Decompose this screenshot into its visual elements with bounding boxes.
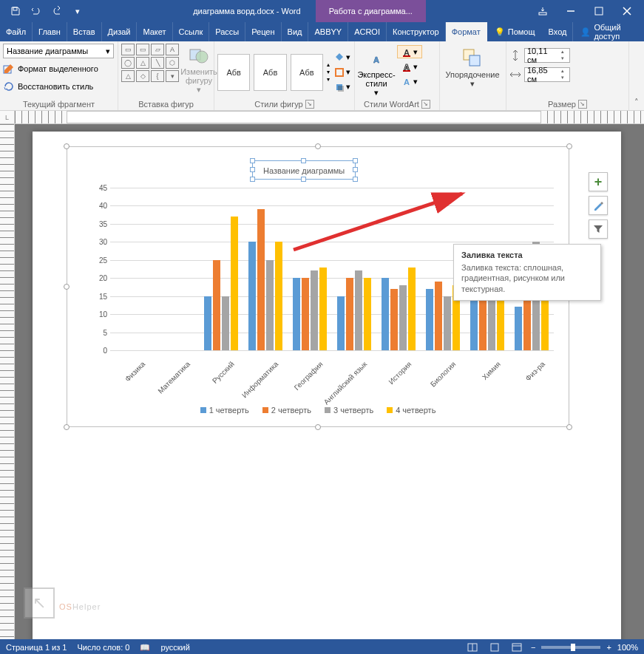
share-button[interactable]: 👤Общий доступ [573, 22, 644, 41]
bar[interactable] [444, 296, 451, 350]
bar[interactable] [523, 296, 531, 350]
tab-abbyy[interactable]: ABBYY [308, 22, 348, 41]
shapes-gallery[interactable]: ▭▭▱A ◯△╲⬡ △◇{▾ [121, 44, 179, 82]
bar[interactable] [337, 296, 345, 350]
tab-ссылк[interactable]: Ссылк [173, 22, 210, 41]
bar[interactable] [293, 278, 300, 350]
bar[interactable] [311, 270, 318, 350]
page-area[interactable]: Название диаграммы 051015202530354045 Фи… [15, 124, 644, 639]
close-button[interactable] [616, 1, 638, 21]
ribbon-group-current-fragment: Название диаграммы▾ Формат выделенного В… [0, 41, 118, 110]
zoom-slider[interactable] [541, 646, 600, 649]
bar[interactable] [390, 289, 398, 350]
dialog-launcher-icon[interactable]: ↘ [305, 100, 314, 109]
bar[interactable] [266, 260, 274, 350]
dialog-launcher-icon[interactable]: ↘ [421, 100, 430, 109]
minimize-button[interactable] [560, 1, 582, 21]
gallery-down-icon[interactable]: ▾ [327, 69, 330, 75]
bar[interactable] [275, 242, 282, 350]
bar[interactable] [302, 278, 309, 350]
read-mode-button[interactable] [464, 641, 481, 654]
word-count[interactable]: Число слов: 0 [77, 643, 129, 653]
maximize-button[interactable] [588, 1, 610, 21]
zoom-out-button[interactable]: − [531, 643, 535, 652]
bar[interactable] [364, 278, 371, 350]
vertical-ruler[interactable] [0, 124, 15, 639]
zoom-in-button[interactable]: + [606, 643, 611, 652]
tab-встав[interactable]: Встав [67, 22, 102, 41]
bar[interactable] [541, 293, 549, 350]
shape-fill-button[interactable]: ▾ [333, 51, 351, 64]
bar[interactable] [408, 268, 416, 350]
language-status[interactable]: русский [160, 643, 189, 653]
legend-item[interactable]: 3 четверть [325, 406, 373, 415]
bar[interactable] [204, 296, 211, 350]
shape-outline-button[interactable]: ▾ [333, 66, 351, 79]
text-fill-button[interactable]: A▾ [397, 45, 422, 58]
tab-главн[interactable]: Главн [33, 22, 67, 41]
legend-item[interactable]: 1 четверть [200, 406, 249, 415]
tab-файл[interactable]: Файл [0, 22, 33, 41]
print-layout-button[interactable] [487, 641, 503, 654]
width-input[interactable]: 16,85 см▴▾ [524, 67, 570, 82]
legend-item[interactable]: 4 четверть [387, 406, 435, 415]
text-outline-button[interactable]: A▾ [397, 60, 422, 73]
format-selection-button[interactable]: Формат выделенного [3, 61, 98, 76]
bar[interactable] [382, 278, 389, 350]
contextual-tools-tab[interactable]: Работа с диаграмма... [316, 0, 426, 22]
chart-elements-combo[interactable]: Название диаграммы▾ [3, 44, 114, 58]
sign-in-button[interactable]: Вход [543, 22, 574, 41]
bar[interactable] [399, 285, 407, 350]
quick-styles-button[interactable]: A Экспресс-стили▾ [358, 45, 395, 98]
qat-customize-button[interactable]: ▾ [68, 1, 87, 21]
bar[interactable] [470, 300, 478, 350]
chart-legend[interactable]: 1 четверть2 четверть3 четверть4 четверть [67, 406, 569, 415]
bar[interactable] [222, 296, 229, 350]
chart-styles-button[interactable] [589, 196, 608, 215]
shape-effects-button[interactable]: ▾ [333, 81, 351, 94]
bar[interactable] [231, 217, 238, 350]
height-input[interactable]: 10,11 см▴▾ [524, 48, 570, 63]
bar[interactable] [319, 268, 327, 350]
web-layout-button[interactable] [509, 641, 525, 654]
text-effects-button[interactable]: A▾ [397, 75, 422, 88]
bar[interactable] [346, 278, 353, 350]
arrange-button[interactable]: Упорядочение▾ [443, 47, 502, 89]
undo-button[interactable] [27, 1, 46, 21]
tab-формат[interactable]: Формат [446, 22, 487, 41]
tab-рассы[interactable]: Рассы [209, 22, 245, 41]
tab-макет[interactable]: Макет [137, 22, 172, 41]
bar[interactable] [355, 270, 362, 350]
ribbon-options-button[interactable] [532, 1, 554, 21]
bar[interactable] [213, 260, 220, 350]
bar[interactable] [426, 289, 433, 350]
gallery-more-icon[interactable]: ▾ [327, 76, 330, 83]
spellcheck-icon[interactable]: 📖 [140, 643, 150, 653]
bar[interactable] [248, 242, 256, 350]
legend-item[interactable]: 2 четверть [262, 406, 311, 415]
reset-style-button[interactable]: Восстановить стиль [3, 79, 93, 94]
zoom-level[interactable]: 100% [617, 643, 638, 652]
tab-acroi[interactable]: ACROI [348, 22, 387, 41]
chart-title[interactable]: Название диаграммы [252, 160, 356, 180]
tab-рецен[interactable]: Рецен [245, 22, 281, 41]
chart-elements-button[interactable]: + [589, 172, 608, 191]
bar[interactable] [257, 209, 265, 350]
save-button[interactable] [6, 1, 25, 21]
chart-filters-button[interactable] [589, 219, 608, 239]
page-count[interactable]: Страница 1 из 1 [6, 643, 67, 653]
collapse-ribbon-icon[interactable]: ˄ [634, 98, 639, 107]
redo-button[interactable] [47, 1, 67, 21]
dialog-launcher-icon[interactable]: ↘ [578, 100, 587, 109]
shape-style-3[interactable]: Абв [291, 54, 323, 91]
horizontal-ruler[interactable] [15, 111, 644, 124]
tab-конструктор[interactable]: Конструктор [387, 22, 446, 41]
shape-style-1[interactable]: Абв [217, 54, 250, 91]
bar[interactable] [435, 282, 442, 350]
shape-style-2[interactable]: Абв [254, 54, 286, 91]
gallery-up-icon[interactable]: ▴ [327, 61, 330, 68]
tell-me-button[interactable]: 💡Помощ [487, 22, 543, 41]
tab-дизай[interactable]: Дизай [102, 22, 138, 41]
tab-вид[interactable]: Вид [282, 22, 309, 41]
bar[interactable] [515, 307, 522, 350]
